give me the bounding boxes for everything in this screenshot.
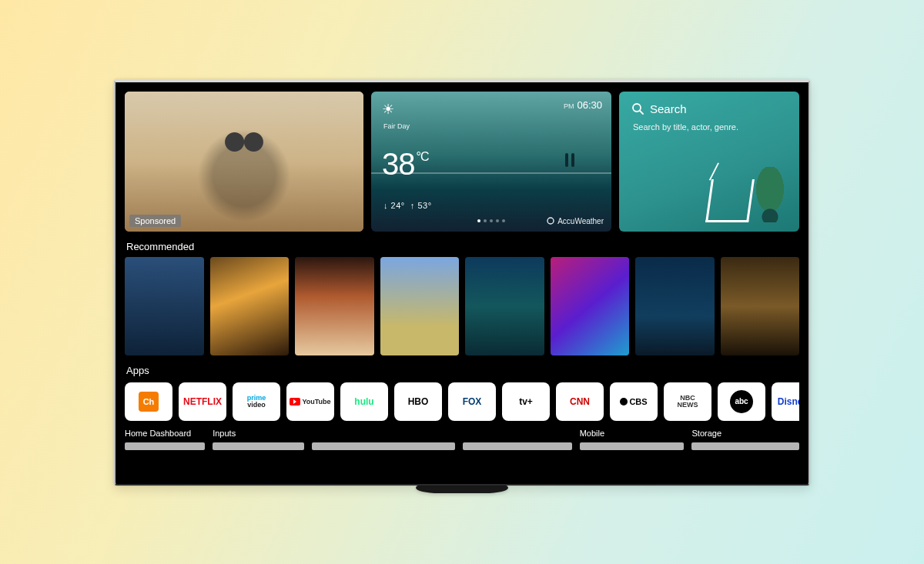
clock-time: 06:30 — [577, 99, 602, 111]
app-label: CNN — [570, 396, 590, 407]
clock: PM06:30 — [564, 99, 602, 111]
dashboard-tile[interactable] — [691, 442, 799, 450]
weather-temp-value: 38 — [382, 147, 415, 181]
dashboard-tile[interactable] — [312, 442, 455, 450]
dashboard-label: Home Dashboard — [125, 429, 205, 439]
app-tile-apple-tv-[interactable]: tv+ — [502, 382, 550, 421]
plant-decor — [755, 167, 785, 222]
weather-condition: Fair Day — [383, 122, 410, 130]
app-tile-disney-[interactable]: Disney+ — [772, 382, 799, 421]
app-tile-netflix[interactable]: NETFLIX — [179, 382, 226, 421]
pager-dot[interactable] — [484, 219, 487, 222]
dashboard-item[interactable]: Mobile — [580, 429, 685, 452]
recommended-thumb[interactable] — [551, 257, 630, 355]
app-tile-cbs[interactable]: CBS — [610, 382, 658, 421]
clock-ampm: PM — [564, 102, 574, 110]
pager-dot[interactable] — [502, 219, 505, 222]
dashboard-item[interactable]: Storage — [691, 429, 799, 452]
search-title: Search — [650, 102, 687, 115]
weather-temp: 38°C — [382, 147, 428, 182]
recommended-label: Recommended — [126, 241, 798, 252]
svg-line-2 — [640, 111, 643, 114]
app-tile-abc[interactable]: abc — [718, 382, 765, 421]
home-screen: Sponsored ☀︎ Fair Day 38°C ↓ 24° ↑ 53° P… — [116, 82, 808, 484]
weather-icon: ☀︎ — [382, 101, 394, 118]
recommended-thumb[interactable] — [721, 257, 800, 355]
app-tile-cnn[interactable]: CNN — [556, 382, 604, 421]
hero-row: Sponsored ☀︎ Fair Day 38°C ↓ 24° ↑ 53° P… — [125, 92, 799, 232]
recommended-row[interactable] — [125, 257, 799, 355]
search-header: Search — [631, 102, 687, 115]
app-tile-lg-channels[interactable]: Ch — [125, 382, 172, 421]
app-label: NETFLIX — [183, 396, 222, 407]
app-label: FOX — [463, 396, 482, 407]
app-label: HBO — [408, 396, 429, 407]
app-tile-nbc-news[interactable]: NBCNEWS — [664, 382, 711, 421]
app-tile-hbo[interactable]: HBO — [394, 382, 442, 421]
app-label: hulu — [354, 396, 373, 407]
tv-frame: Sponsored ☀︎ Fair Day 38°C ↓ 24° ↑ 53° P… — [114, 79, 810, 486]
recommended-thumb[interactable] — [210, 257, 290, 355]
dashboard-item[interactable]: Home Dashboard — [125, 429, 205, 452]
pager-dot[interactable] — [490, 219, 493, 222]
dashboard-label: Inputs — [213, 429, 304, 439]
dashboard-row[interactable]: Home DashboardInputsMobileStorage — [125, 429, 799, 452]
accuweather-icon — [547, 217, 554, 225]
app-tile-hulu[interactable]: hulu — [340, 382, 388, 421]
recommended-thumb[interactable] — [465, 257, 544, 355]
app-tile-fox[interactable]: FOX — [448, 382, 496, 421]
apps-row[interactable]: ChNETFLIXprimevideoYouTubehuluHBOFOX tv+… — [125, 382, 799, 421]
search-icon — [631, 102, 644, 115]
dashboard-tile[interactable] — [580, 442, 685, 450]
recommended-thumb[interactable] — [380, 257, 460, 355]
svg-point-0 — [547, 218, 554, 224]
dashboard-tile[interactable] — [463, 442, 571, 450]
apps-label: Apps — [126, 365, 798, 376]
chair-decor — [705, 179, 755, 222]
app-label: Disney+ — [778, 396, 799, 407]
recommended-thumb[interactable] — [635, 257, 715, 355]
recommended-thumb[interactable] — [125, 257, 204, 355]
search-subtitle: Search by title, actor, genre. — [633, 122, 738, 132]
weather-temp-unit: °C — [417, 150, 429, 163]
sponsored-card[interactable]: Sponsored — [125, 92, 363, 232]
dashboard-item[interactable] — [312, 429, 455, 452]
dashboard-label: Mobile — [580, 429, 685, 439]
app-tile-prime-video[interactable]: primevideo — [233, 382, 280, 421]
dashboard-item[interactable] — [463, 429, 571, 452]
weather-card[interactable]: ☀︎ Fair Day 38°C ↓ 24° ↑ 53° PM06:30 Acc… — [371, 92, 611, 232]
weather-provider: AccuWeather — [547, 217, 604, 225]
weather-pager[interactable] — [477, 219, 505, 222]
search-card[interactable]: Search Search by title, actor, genre. — [619, 92, 799, 232]
dashboard-label: Storage — [691, 429, 799, 439]
weather-hilo: ↓ 24° ↑ 53° — [383, 201, 432, 210]
sponsored-artwork — [125, 92, 363, 232]
dashboard-tile[interactable] — [125, 442, 205, 450]
dashboard-label — [312, 429, 455, 439]
dashboard-label — [463, 429, 571, 439]
dashboard-item[interactable]: Inputs — [213, 429, 304, 452]
pager-dot[interactable] — [496, 219, 499, 222]
app-tile-youtube[interactable]: YouTube — [286, 382, 334, 421]
pager-dot[interactable] — [477, 219, 480, 222]
recommended-thumb[interactable] — [295, 257, 374, 355]
sponsored-badge: Sponsored — [129, 215, 181, 227]
dashboard-tile[interactable] — [213, 442, 304, 450]
